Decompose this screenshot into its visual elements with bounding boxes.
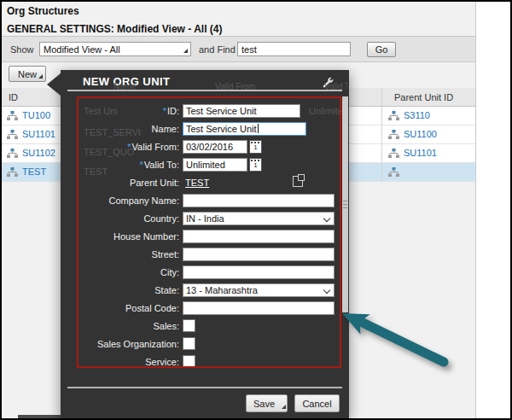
form-row-house-number: House Number: bbox=[81, 227, 337, 245]
form-row-state: State:13 - Maharashtra bbox=[81, 281, 337, 299]
sales-checkbox[interactable] bbox=[183, 319, 195, 332]
form-row-valid-to: *Valid To:Unlimited bbox=[81, 155, 337, 173]
form-row-postal-code: Postal Code: bbox=[81, 299, 337, 317]
postal-code-input[interactable] bbox=[183, 301, 335, 315]
chevron-down-icon bbox=[38, 74, 43, 79]
required-indicator: * bbox=[163, 106, 166, 116]
org-id-link[interactable]: SU1101 bbox=[22, 129, 55, 139]
field-label: Sales Organization: bbox=[81, 339, 179, 349]
name-input[interactable]: Test Service Unit bbox=[183, 122, 306, 136]
org-id-link[interactable]: TEST bbox=[22, 166, 46, 177]
house-number-input[interactable] bbox=[183, 230, 335, 243]
valid-to-input[interactable]: Unlimited bbox=[183, 158, 247, 172]
org-chart-icon bbox=[388, 167, 399, 178]
field-label: Street: bbox=[81, 249, 179, 260]
input-value: Test Service Unit bbox=[186, 124, 257, 134]
org-id-link[interactable]: SU1102 bbox=[22, 148, 55, 158]
select-value: IN - India bbox=[186, 213, 224, 224]
parent-unit-id-link[interactable]: SU1100 bbox=[404, 129, 437, 139]
new-button[interactable]: New bbox=[9, 66, 46, 82]
street-input[interactable] bbox=[183, 248, 335, 261]
footer-divider bbox=[67, 387, 342, 388]
state-select[interactable]: 13 - Maharashtra bbox=[183, 283, 335, 297]
field-label: House Number: bbox=[81, 231, 179, 242]
field-label: State: bbox=[81, 285, 179, 295]
column-header-parent-unit-id: Parent Unit ID bbox=[394, 92, 453, 102]
new-button-label: New bbox=[18, 69, 37, 79]
chevron-down-icon bbox=[183, 49, 188, 53]
form-row-country: Country:IN - India bbox=[81, 209, 337, 227]
and-find-label: and Find bbox=[199, 44, 236, 55]
form-row-street: Street: bbox=[81, 245, 337, 263]
input-value: Unlimited bbox=[186, 160, 225, 170]
field-label: Postal Code: bbox=[81, 303, 179, 313]
input-value: 03/02/2016 bbox=[186, 142, 233, 152]
find-input-value: test bbox=[241, 44, 257, 55]
form-row-name: Name:Test Service Unit bbox=[81, 120, 337, 137]
text-caret bbox=[258, 124, 259, 133]
view-dropdown[interactable]: Modified View - All bbox=[39, 42, 191, 56]
field-label: *ID: bbox=[81, 106, 179, 116]
show-label: Show bbox=[10, 44, 34, 55]
valid-from-input[interactable]: 03/02/2016 bbox=[183, 140, 247, 154]
save-button-label: Save bbox=[247, 399, 282, 409]
form-row-parent-unit: Parent Unit:TEST bbox=[81, 173, 337, 191]
field-label: Sales: bbox=[81, 321, 179, 331]
save-dropdown-toggle[interactable] bbox=[282, 395, 288, 411]
form-row-service: Service: bbox=[81, 353, 337, 370]
calendar-icon[interactable] bbox=[249, 140, 262, 154]
org-id-link[interactable]: TU100 bbox=[22, 110, 50, 120]
org-chart-icon bbox=[7, 130, 18, 140]
column-divider bbox=[381, 125, 382, 143]
id-input[interactable]: Test Service Unit bbox=[183, 104, 300, 118]
column-divider bbox=[381, 88, 382, 106]
required-indicator: * bbox=[127, 142, 131, 152]
parent-unit-id-link[interactable]: S3110 bbox=[404, 110, 430, 120]
calendar-icon[interactable] bbox=[249, 158, 262, 172]
sales-organization-checkbox[interactable] bbox=[183, 337, 195, 350]
company-name-input[interactable] bbox=[183, 194, 335, 207]
org-chart-icon bbox=[7, 167, 18, 178]
go-button[interactable]: Go bbox=[367, 42, 396, 57]
form-row-valid-from: *Valid From:03/02/2016 bbox=[81, 137, 337, 155]
country-select[interactable]: IN - India bbox=[183, 212, 335, 225]
org-chart-icon bbox=[388, 149, 399, 159]
chevron-down-icon bbox=[282, 405, 286, 409]
view-dropdown-value: Modified View - All bbox=[44, 44, 120, 55]
new-org-unit-dialog: NEW ORG UNIT Name Valid From Valid To Te… bbox=[61, 70, 349, 418]
save-button[interactable]: Save bbox=[246, 394, 288, 412]
field-label: Parent Unit: bbox=[81, 178, 179, 188]
ghost-column-valid-from: Valid From bbox=[215, 82, 256, 91]
field-label: Name: bbox=[81, 124, 179, 134]
column-divider bbox=[381, 144, 382, 162]
right-gutter bbox=[475, 0, 512, 420]
cancel-button[interactable]: Cancel bbox=[294, 394, 340, 412]
form-row-sales: Sales: bbox=[81, 317, 337, 335]
dialog-scrollbar[interactable] bbox=[342, 96, 348, 312]
field-label: Company Name: bbox=[81, 195, 179, 206]
ghost-column-valid-to: Valid To bbox=[324, 82, 347, 91]
section-heading: GENERAL SETTINGS: Modified View - All (4… bbox=[7, 23, 222, 35]
parent-unit-id-link[interactable]: SU1101 bbox=[404, 148, 437, 158]
horizontal-scrollbar[interactable] bbox=[18, 415, 62, 418]
value-help-icon[interactable] bbox=[293, 176, 303, 187]
required-indicator: * bbox=[140, 160, 143, 170]
field-label: *Valid From: bbox=[81, 142, 179, 152]
dialog-title-divider bbox=[67, 90, 342, 91]
ghost-column-name: Name bbox=[113, 82, 137, 91]
service-checkbox[interactable] bbox=[183, 355, 195, 368]
org-chart-icon bbox=[7, 111, 18, 121]
parent-unit-link[interactable]: TEST bbox=[185, 178, 209, 188]
callout-pointer bbox=[47, 73, 61, 96]
find-input[interactable]: test bbox=[237, 42, 351, 56]
field-label: City: bbox=[81, 267, 179, 277]
app-window: Org Structures GENERAL SETTINGS: Modifie… bbox=[0, 0, 512, 420]
chevron-down-icon bbox=[323, 286, 330, 293]
org-chart-icon bbox=[7, 149, 18, 159]
field-label: Country: bbox=[81, 213, 179, 224]
form-row-id: *ID:Test Service Unit bbox=[81, 102, 337, 120]
org-chart-icon bbox=[388, 111, 399, 121]
column-divider bbox=[381, 107, 382, 125]
column-header-id: ID bbox=[9, 92, 18, 102]
city-input[interactable] bbox=[183, 265, 335, 279]
